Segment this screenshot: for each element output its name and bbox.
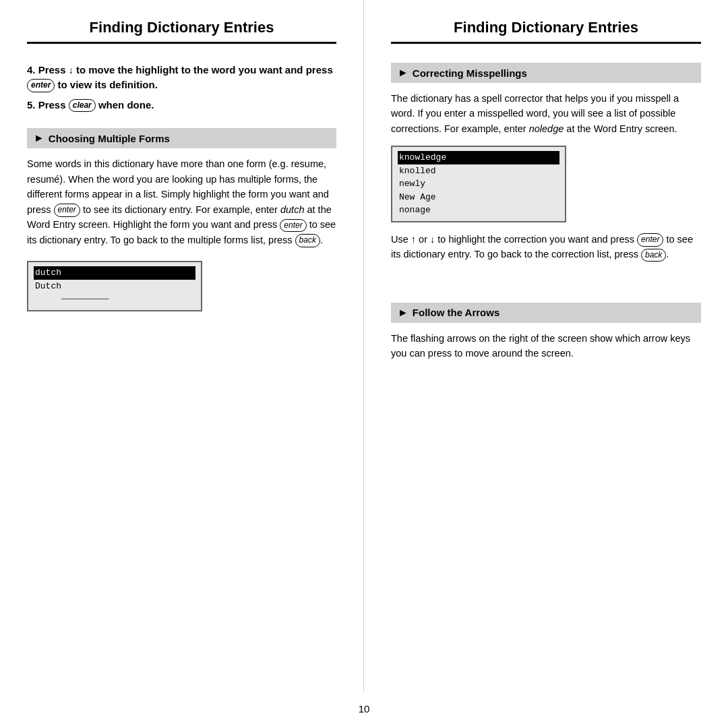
clear-key-step5: clear: [69, 99, 96, 113]
down-arrow-icon: ↓: [69, 64, 73, 78]
enter-key-2: enter: [280, 219, 306, 233]
choosing-multiple-forms-body: Some words in this dictionary have more …: [27, 156, 336, 247]
knowledge-screen-line5: nonage: [398, 204, 559, 217]
dutch-italic: dutch: [280, 204, 304, 215]
left-title: Finding Dictionary Entries: [27, 19, 336, 36]
choosing-multiple-forms-header: ► Choosing Multiple Forms: [27, 128, 336, 148]
knowledge-screen-line2: knolled: [398, 164, 559, 178]
dutch-screen-line1: dutch: [34, 266, 195, 280]
correcting-misspellings-title: Correcting Misspellings: [413, 67, 527, 79]
knowledge-screen-line1: knowledge: [398, 151, 559, 164]
follow-arrows-header: ► Follow the Arrows: [391, 303, 701, 323]
follow-arrows-section: ► Follow the Arrows The flashing arrows …: [391, 303, 701, 361]
correcting-misspellings-header: ► Correcting Misspellings: [391, 63, 701, 83]
right-header: Finding Dictionary Entries: [391, 0, 701, 49]
knowledge-lcd-screen: knowledge knolled newly New Age nonage: [391, 146, 566, 222]
left-header: Finding Dictionary Entries: [27, 0, 336, 49]
knowledge-screen-line4: New Age: [398, 191, 559, 204]
step-5: 5. Press clear when done.: [27, 98, 336, 113]
noledge-italic: noledge: [529, 123, 564, 134]
arrow-icon-follow: ►: [398, 307, 408, 319]
choosing-multiple-forms-section: ► Choosing Multiple Forms Some words in …: [27, 128, 336, 311]
enter-key-1: enter: [54, 204, 80, 217]
left-column: Finding Dictionary Entries 4. Press ↓ to…: [0, 0, 364, 692]
right-column: Finding Dictionary Entries ► Correcting …: [364, 0, 728, 692]
enter-key-step4: enter: [27, 79, 55, 92]
right-header-rule: [391, 42, 701, 44]
right-content: ► Correcting Misspellings The dictionary…: [391, 49, 701, 692]
correcting-misspellings-section: ► Correcting Misspellings The dictionary…: [391, 63, 701, 262]
dutch-lcd-screen: dutch Dutch —————————: [27, 261, 202, 311]
page: Finding Dictionary Entries 4. Press ↓ to…: [0, 0, 728, 728]
back-key-1: back: [295, 234, 320, 247]
correcting-misspellings-body1: The dictionary has a spell corrector tha…: [391, 91, 701, 136]
enter-key-right: enter: [637, 233, 663, 247]
dutch-screen-line2: Dutch: [34, 280, 195, 293]
follow-arrows-title: Follow the Arrows: [413, 307, 499, 318]
back-key-right: back: [641, 249, 666, 262]
arrow-icon-correcting: ►: [398, 67, 408, 79]
choosing-multiple-forms-title: Choosing Multiple Forms: [49, 133, 170, 144]
right-title: Finding Dictionary Entries: [391, 19, 701, 36]
follow-arrows-body: The flashing arrows on the right of the …: [391, 331, 701, 361]
arrow-icon-choosing: ►: [34, 132, 44, 144]
knowledge-screen-line3: newly: [398, 177, 559, 191]
left-content: 4. Press ↓ to move the highlight to the …: [27, 49, 336, 692]
left-header-rule: [27, 42, 336, 44]
step-4: 4. Press ↓ to move the highlight to the …: [27, 63, 336, 92]
dutch-screen-line3: —————————: [34, 293, 195, 306]
page-number: 10: [0, 692, 728, 728]
steps-section: 4. Press ↓ to move the highlight to the …: [27, 63, 336, 112]
correcting-misspellings-body2: Use ↑ or ↓ to highlight the correction y…: [391, 232, 701, 262]
